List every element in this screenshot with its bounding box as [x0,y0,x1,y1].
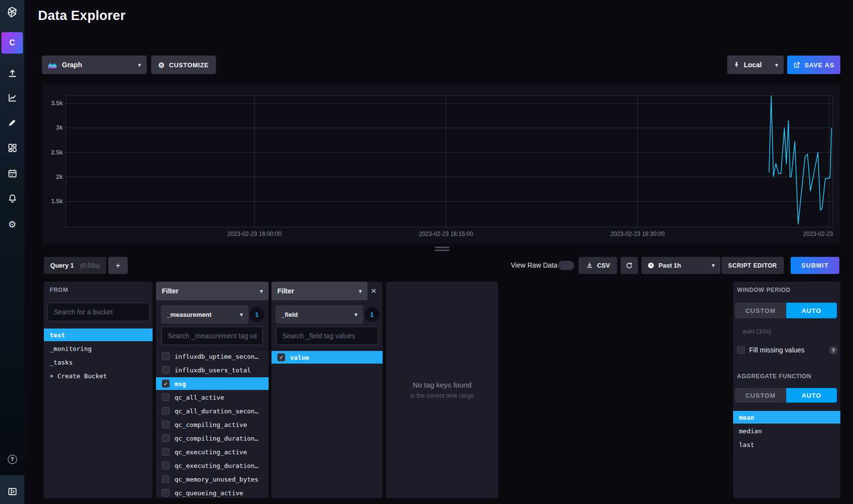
measurement-key-dropdown[interactable]: _measurement ▾ [161,305,249,324]
window-period-title: WINDOW PERIOD [737,287,791,293]
refresh-button[interactable] [620,257,638,274]
aggregate-function-list: mean median last [733,411,840,452]
svg-text:3.5k: 3.5k [51,100,63,107]
chevron-down-icon: ▾ [712,262,715,269]
dashboards-icon[interactable] [0,139,24,156]
expand-sidebar-icon[interactable] [0,483,24,500]
calendar-icon[interactable] [0,165,24,181]
view-raw-data-label: View Raw Data [511,261,557,269]
bucket-item[interactable]: test [44,329,153,341]
measurement-item[interactable]: ✓msg [156,377,269,390]
visualization-type-dropdown[interactable]: Graph ▾ [42,56,147,74]
empty-state-subtitle: in the current time range [410,392,474,399]
chevron-down-icon: ▾ [240,311,243,318]
csv-download-button[interactable]: CSV [579,257,617,274]
bucket-item[interactable]: _monitoring [44,342,153,355]
close-icon[interactable]: × [371,286,376,295]
measurement-item[interactable]: qc_all_duration_secon… [156,405,269,417]
data-explorer-icon[interactable] [0,89,24,106]
chevron-down-icon: ▾ [260,288,263,294]
tasks-pencil-icon[interactable] [0,115,24,131]
upload-icon[interactable] [0,65,24,81]
measurement-item[interactable]: qc_executing_active [156,446,269,458]
checkbox[interactable] [162,366,170,374]
field-key-dropdown[interactable]: _field ▾ [275,305,363,324]
query-tab[interactable]: Query 1 (0.03s) [44,257,106,274]
submit-button[interactable]: SUBMIT [791,257,839,274]
field-search-input[interactable] [276,327,378,345]
filter-type-dropdown[interactable]: Filter ▾ [271,282,368,300]
empty-state-title: No tag keys found [413,381,472,389]
timezone-local-dropdown[interactable]: Local ▾ [727,56,784,74]
create-bucket-button[interactable]: + Create Bucket [44,369,153,382]
checkbox[interactable]: ✓ [277,353,285,361]
checkbox[interactable] [162,407,170,415]
checkbox[interactable]: ✓ [162,380,170,388]
influxdb-logo-icon[interactable] [0,4,24,20]
visualization-type-label: Graph [62,61,82,69]
field-item[interactable]: ✓value [271,351,383,364]
customize-button[interactable]: ⚙ CUSTOMIZE [151,56,216,74]
resize-drag-handle[interactable] [435,247,449,252]
add-query-button[interactable]: + [108,257,128,274]
filter-type-dropdown[interactable]: Filter ▾ [156,282,269,300]
help-circle-icon[interactable]: ? [0,451,24,467]
checkbox[interactable] [162,352,170,360]
bucket-item[interactable]: _tasks [44,356,153,368]
help-badge-icon[interactable]: ? [829,346,837,354]
checkbox[interactable] [162,489,170,497]
svg-text:2k: 2k [56,174,63,180]
field-list: ✓value [271,351,383,365]
svg-text:3k: 3k [56,124,63,131]
save-as-button[interactable]: SAVE AS [787,56,840,74]
settings-gear-icon[interactable]: ⚙ [0,216,24,233]
measurement-item[interactable]: qc_executing_duration… [156,459,269,472]
aggregate-custom-button[interactable]: CUSTOM [735,388,786,403]
function-item[interactable]: median [733,425,840,437]
measurement-search-input[interactable] [161,327,263,345]
selected-count-badge: 1 [250,307,264,322]
view-raw-data-toggle[interactable] [558,261,574,270]
svg-text:2.5k: 2.5k [51,149,63,156]
fill-missing-checkbox[interactable] [737,346,745,354]
measurement-list: influxdb_uptime_secon… influxdb_users_to… [156,350,269,498]
aggregate-function-title: AGGREGATE FUNCTION [737,373,812,380]
measurement-item[interactable]: qc_all_active [156,391,269,404]
checkbox[interactable] [162,421,170,428]
measurement-item[interactable]: influxdb_users_total [156,364,269,376]
measurement-item[interactable]: influxdb_uptime_secon… [156,350,269,363]
chevron-down-icon: ▾ [359,288,362,294]
script-editor-button[interactable]: SCRIPT EDITOR [721,257,784,274]
checkbox[interactable] [162,448,170,456]
checkbox[interactable] [162,393,170,401]
window-auto-button[interactable]: AUTO [786,303,837,318]
svg-text:2023-02-23 16:15:00: 2023-02-23 16:15:00 [419,231,473,237]
function-item[interactable]: last [733,438,840,451]
checkbox[interactable] [162,475,170,483]
bucket-search-input[interactable] [47,303,150,321]
measurement-item[interactable]: qc_compiling_active [156,418,269,431]
checkbox[interactable] [162,434,170,442]
time-range-dropdown[interactable]: Past 1h ▾ [641,257,720,274]
measurement-item[interactable]: qc_memory_unused_bytes [156,473,269,485]
window-custom-button[interactable]: CUSTOM [735,303,786,318]
alerts-bell-icon[interactable] [0,190,24,207]
measurement-filter-panel: Filter ▾ _measurement ▾ 1 influxdb_uptim… [156,282,269,498]
avatar[interactable]: C [1,32,23,54]
measurement-item[interactable]: qc_queueing_active [156,486,269,498]
clock-icon [647,262,655,269]
function-item[interactable]: mean [733,411,840,424]
chevron-down-icon: ▾ [775,62,778,68]
query-duration: (0.03s) [80,262,99,269]
refresh-icon [625,262,633,270]
aggregate-auto-button[interactable]: AUTO [786,388,837,403]
field-filter-panel: Filter ▾ × _field ▾ 1 ✓value [271,282,383,498]
from-bucket-panel: FROM test _monitoring _tasks + Create Bu… [44,282,153,498]
time-series-chart-card: 3.5k3k2.5k2k1.5k2023-02-23 16:00:002023-… [42,84,840,244]
svg-text:2023-02-23 16:00:00: 2023-02-23 16:00:00 [227,231,282,237]
measurement-item[interactable]: qc_compiling_duration… [156,432,269,445]
checkbox[interactable] [162,462,170,469]
time-series-chart[interactable]: 3.5k3k2.5k2k1.5k2023-02-23 16:00:002023-… [42,84,840,244]
aggregate-mode-toggle: CUSTOM AUTO [735,388,837,403]
svg-text:2023-02-23 16:30:00: 2023-02-23 16:30:00 [610,231,665,237]
